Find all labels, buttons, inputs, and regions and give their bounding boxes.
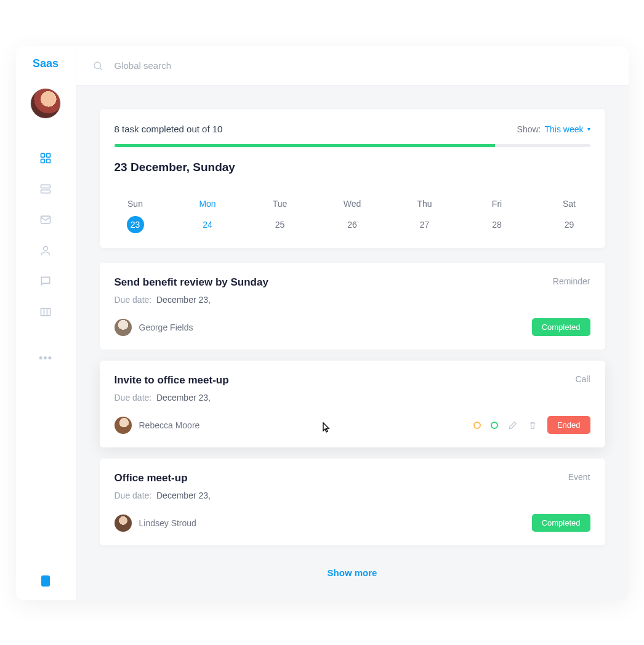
day-label: Sat xyxy=(563,199,576,209)
day-sat[interactable]: Sat 29 xyxy=(551,199,588,233)
bottom-indicator xyxy=(41,575,50,587)
task-card[interactable]: Send benefit review by Sunday Reminder D… xyxy=(100,263,605,350)
edit-icon[interactable] xyxy=(508,420,518,430)
day-num: 25 xyxy=(272,216,289,233)
show-more-button[interactable]: Show more xyxy=(100,556,605,582)
task-card[interactable]: Invite to office meet-up Call Due date: … xyxy=(100,361,605,447)
status-badge: Completed xyxy=(532,514,590,532)
day-sun[interactable]: Sun 23 xyxy=(117,199,154,233)
task-title: Office meet-up xyxy=(115,472,188,484)
user-icon xyxy=(39,244,52,257)
svg-rect-0 xyxy=(41,154,45,158)
progress-bar xyxy=(115,144,590,147)
show-label: Show: xyxy=(517,124,541,134)
progress-fill xyxy=(115,144,495,147)
nav-dashboard[interactable] xyxy=(39,151,52,165)
task-tag: Event xyxy=(568,472,590,482)
day-num: 27 xyxy=(416,216,433,233)
search-input[interactable] xyxy=(115,60,613,71)
server-icon xyxy=(39,183,52,195)
nav-list[interactable] xyxy=(39,182,52,196)
logo: Saas xyxy=(33,57,58,70)
svg-rect-5 xyxy=(41,190,50,193)
assignee: Rebecca Moore xyxy=(115,417,200,434)
show-filter[interactable]: Show: This week ▾ xyxy=(517,124,590,134)
assignee-avatar xyxy=(115,417,132,434)
status-ring-orange[interactable] xyxy=(473,422,481,429)
task-actions: Ended xyxy=(473,416,590,434)
day-num: 24 xyxy=(199,216,216,233)
svg-point-7 xyxy=(44,246,48,250)
nav-user[interactable] xyxy=(39,244,52,257)
day-mon[interactable]: Mon 24 xyxy=(189,199,226,233)
day-wed[interactable]: Wed 26 xyxy=(334,199,371,233)
nav-mail[interactable] xyxy=(39,213,52,226)
day-label: Sun xyxy=(127,199,143,209)
task-due: Due date: December 23, xyxy=(115,295,590,305)
status-ring-green[interactable] xyxy=(491,422,498,429)
overview-card: 8 task completed out of 10 Show: This we… xyxy=(100,109,605,248)
day-label: Fri xyxy=(492,199,502,209)
svg-rect-3 xyxy=(47,159,50,163)
progress-text: 8 task completed out of 10 xyxy=(115,124,223,134)
task-title: Invite to office meet-up xyxy=(115,374,229,387)
day-label: Wed xyxy=(344,199,361,209)
nav-chat[interactable] xyxy=(39,274,52,288)
assignee-avatar xyxy=(115,515,132,532)
assignee-name: Rebecca Moore xyxy=(139,420,200,430)
day-label: Tue xyxy=(273,199,288,209)
mail-icon xyxy=(39,214,52,226)
app-window: Saas ••• 8 task xyxy=(16,46,629,600)
columns-icon xyxy=(39,306,52,318)
sidebar: Saas ••• xyxy=(16,46,76,600)
assignee-name: Lindsey Stroud xyxy=(139,518,196,528)
trash-icon[interactable] xyxy=(528,420,537,430)
nav-columns[interactable] xyxy=(39,305,52,319)
assignee-avatar xyxy=(115,319,132,336)
task-list: Send benefit review by Sunday Reminder D… xyxy=(100,263,605,582)
assignee-name: George Fields xyxy=(139,322,193,332)
show-value: This week xyxy=(544,124,583,134)
day-num: 26 xyxy=(344,216,361,233)
task-title: Send benefit review by Sunday xyxy=(115,276,268,289)
search-icon xyxy=(92,60,103,71)
assignee: George Fields xyxy=(115,319,193,336)
day-thu[interactable]: Thu 27 xyxy=(406,199,443,233)
nav-more[interactable]: ••• xyxy=(39,352,52,365)
svg-rect-8 xyxy=(41,308,50,316)
day-num: 28 xyxy=(488,216,505,233)
task-tag: Call xyxy=(575,374,590,384)
svg-point-9 xyxy=(94,62,101,69)
day-num: 23 xyxy=(127,216,144,233)
day-label: Thu xyxy=(417,199,432,209)
task-tag: Reminder xyxy=(553,276,590,286)
task-card[interactable]: Office meet-up Event Due date: December … xyxy=(100,459,605,545)
topbar xyxy=(76,46,629,86)
day-num: 29 xyxy=(561,216,578,233)
chevron-down-icon: ▾ xyxy=(587,126,590,132)
dashboard-icon xyxy=(39,152,52,164)
main: 8 task completed out of 10 Show: This we… xyxy=(76,46,629,600)
task-due: Due date: December 23, xyxy=(115,393,590,403)
week-row: Sun 23 Mon 24 Tue 25 Wed 26 xyxy=(115,199,590,248)
day-label: Mon xyxy=(199,199,215,209)
date-heading: 23 December, Sunday xyxy=(115,161,590,174)
day-fri[interactable]: Fri 28 xyxy=(478,199,515,233)
task-due: Due date: December 23, xyxy=(115,491,590,500)
svg-rect-1 xyxy=(47,154,50,158)
assignee: Lindsey Stroud xyxy=(115,515,196,532)
day-tue[interactable]: Tue 25 xyxy=(262,199,299,233)
content: 8 task completed out of 10 Show: This we… xyxy=(76,86,629,600)
user-avatar[interactable] xyxy=(31,89,60,118)
status-badge: Completed xyxy=(532,318,590,336)
svg-rect-4 xyxy=(41,185,50,188)
chat-icon xyxy=(39,275,52,287)
svg-rect-2 xyxy=(41,159,45,163)
status-badge: Ended xyxy=(547,416,590,434)
